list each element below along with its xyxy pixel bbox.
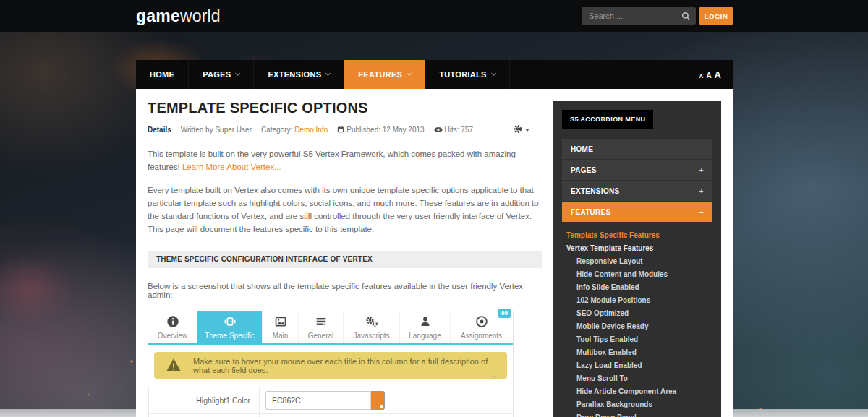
submenu-item[interactable]: Hide Content and Modules <box>563 270 717 278</box>
field-table: Highlight1 Color Highlight2 Color <box>148 387 513 417</box>
submenu-item[interactable]: Template Specific Features <box>563 231 717 239</box>
submenu-item[interactable]: SEO Optimized <box>563 309 717 317</box>
font-size-medium-button[interactable]: A <box>706 72 711 79</box>
submenu-item[interactable]: Parallax Backgrounds <box>563 400 717 408</box>
chevron-down-icon <box>491 71 496 76</box>
nav-label: TUTORIALS <box>439 70 486 79</box>
search-icon[interactable] <box>681 11 691 24</box>
warning-text: Make sure to hover your mouse over each … <box>193 357 488 374</box>
main-nav: HOME PAGES EXTENSIONS FEATURES TUTORIALS… <box>136 60 733 89</box>
tab-label: Javascripts <box>353 332 389 340</box>
sidebar-item-pages[interactable]: PAGES+ <box>562 160 712 180</box>
submenu-item[interactable]: Tool Tips Enabled <box>563 335 717 343</box>
nav-item-extensions[interactable]: EXTENSIONS <box>254 60 344 89</box>
nav-item-tutorials[interactable]: TUTORIALS <box>425 60 509 89</box>
search-input[interactable] <box>582 7 696 25</box>
site-logo[interactable]: gameworld <box>136 7 221 26</box>
sidebar-item-home[interactable]: HOME <box>562 139 712 159</box>
published-text: Published: 12 May 2013 <box>346 126 424 134</box>
vertex-admin-screenshot: 99 Overview Theme Specific Main <box>148 311 514 417</box>
device-icon <box>224 315 237 330</box>
font-size-small-button[interactable]: A <box>699 73 704 79</box>
content-area: TEMPLATE SPECIFIC OPTIONS Details Writte… <box>136 89 733 417</box>
nav-item-features[interactable]: FEATURES <box>344 60 425 89</box>
tab-theme-specific[interactable]: Theme Specific <box>197 311 263 343</box>
submenu-item[interactable]: Mobile Device Ready <box>563 322 717 330</box>
published: Published: 12 May 2013 <box>337 126 424 134</box>
sidebar-item-label: FEATURES <box>571 208 611 216</box>
field-label: Highlight1 Color <box>149 387 260 413</box>
article: TEMPLATE SPECIFIC OPTIONS Details Writte… <box>136 89 542 417</box>
category-link[interactable]: Demo Info <box>294 126 328 134</box>
page-title: TEMPLATE SPECIFIC OPTIONS <box>148 100 542 116</box>
plus-toggle-icon[interactable]: + <box>699 165 704 174</box>
field-label: Highlight2 Color <box>149 414 260 417</box>
nav-item-pages[interactable]: PAGES <box>189 60 254 89</box>
submenu-item[interactable]: Menu Scroll To <box>563 374 717 382</box>
tab-label: Language <box>409 332 441 340</box>
tab-general[interactable]: General <box>299 311 344 343</box>
category: Category: Demo Info <box>261 126 328 134</box>
body-paragraph: Every template built on Vertex also come… <box>148 184 542 236</box>
nav-label: HOME <box>150 70 174 79</box>
submenu-item[interactable]: Drop Down Panel <box>563 413 717 417</box>
color-swatch-button[interactable] <box>371 391 385 410</box>
tab-pane: Make sure to hover your mouse over each … <box>148 345 513 417</box>
sidebar-item-label: HOME <box>571 145 593 153</box>
page: gameworld LOGIN HOME PAGES EXTENSIONS FE… <box>0 0 868 417</box>
submenu-item[interactable]: Info Slide Enabled <box>563 283 717 291</box>
article-meta: Details Written by Super User Category: … <box>148 124 542 135</box>
nav-label: FEATURES <box>358 70 402 79</box>
warning-more-ellipsis[interactable]: ... <box>492 370 500 378</box>
font-size-large-button[interactable]: A <box>715 69 721 80</box>
article-settings-dropdown[interactable] <box>513 124 529 135</box>
tab-strip: Overview Theme Specific Main General <box>148 311 513 345</box>
sidebar-item-features[interactable]: FEATURES– <box>562 202 712 222</box>
caret-down-icon <box>525 129 529 132</box>
submenu-item[interactable]: Vertex Template Features <box>563 244 717 252</box>
minus-toggle-icon[interactable]: – <box>699 207 704 216</box>
tab-main[interactable]: Main <box>263 311 299 343</box>
tab-label: Overview <box>158 332 188 340</box>
tab-label: General <box>308 332 334 340</box>
chevron-down-icon <box>326 71 331 76</box>
module-title: S5 ACCORDION MENU <box>562 110 653 129</box>
submenu-item[interactable]: Responsive Layout <box>563 257 717 265</box>
hits-text: Hits: 757 <box>445 126 473 134</box>
hits: Hits: 757 <box>434 126 473 134</box>
intro-paragraph: This template is built on the very power… <box>148 147 542 173</box>
target-icon <box>475 315 488 330</box>
submenu-item[interactable]: Multibox Enabled <box>563 348 717 356</box>
field-row-highlight1: Highlight1 Color <box>149 387 513 413</box>
nav-item-home[interactable]: HOME <box>136 60 189 89</box>
learn-more-link[interactable]: Learn More About Vertex... <box>182 163 281 171</box>
list-icon <box>315 315 328 330</box>
plus-toggle-icon[interactable]: + <box>699 186 704 195</box>
submenu-item[interactable]: Lazy Load Enabled <box>563 361 717 369</box>
tab-overview[interactable]: Overview <box>148 311 197 343</box>
warning-icon <box>166 358 182 374</box>
highlight1-color-input[interactable] <box>265 391 371 410</box>
user-icon <box>419 315 432 330</box>
login-button[interactable]: LOGIN <box>699 7 733 25</box>
chevron-down-icon <box>407 71 412 76</box>
eye-icon <box>434 126 443 133</box>
tab-language[interactable]: Language <box>400 311 451 343</box>
sidebar-item-label: EXTENSIONS <box>571 187 619 195</box>
category-label: Category: <box>261 126 292 134</box>
top-header: gameworld LOGIN <box>0 0 868 32</box>
features-submenu: Template Specific Features Vertex Templa… <box>553 223 721 417</box>
nav-label: EXTENSIONS <box>268 70 321 79</box>
warning-message: Make sure to hover your mouse over each … <box>154 352 507 379</box>
submenu-item[interactable]: 102 Module Positions <box>563 296 717 304</box>
logo-light: world <box>180 7 221 25</box>
sidebar-item-extensions[interactable]: EXTENSIONS+ <box>562 181 712 201</box>
tab-javascripts[interactable]: Javascripts <box>344 311 400 343</box>
chevron-down-icon <box>235 71 240 76</box>
submenu-item[interactable]: Hide Article Component Area <box>563 387 717 395</box>
image-icon <box>274 315 287 330</box>
calendar-icon <box>337 126 344 133</box>
sidebar-item-label: PAGES <box>571 166 597 174</box>
font-resize-widget: A A A <box>699 69 733 80</box>
info-icon <box>166 315 179 330</box>
